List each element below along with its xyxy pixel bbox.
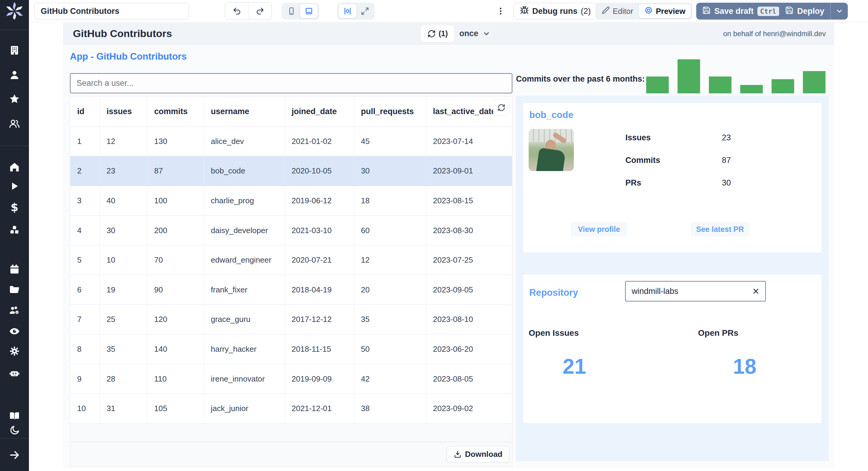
table-row[interactable]: 1031105jack_junior2021-12-01382023-09-02 (70, 394, 512, 424)
pencil-icon (602, 6, 610, 16)
right-column: Commits over the past 6 months: bob_code… (516, 23, 830, 468)
arrow-right-icon[interactable] (0, 449, 29, 461)
deploy-save-icon (785, 6, 794, 16)
download-icon (454, 450, 462, 458)
user-group-gear-icon[interactable] (0, 305, 29, 316)
stat-value: 23 (722, 133, 731, 142)
preview-eye-icon (644, 6, 653, 16)
stat-row: PRs 30 (625, 178, 794, 188)
app-header-title: GitHub Contributors (73, 28, 172, 39)
download-button[interactable]: Download (447, 446, 509, 463)
open-issues-label: Open Issues (529, 328, 579, 338)
left-column: App - GitHub Contributors id issues comm… (70, 51, 513, 467)
undo-button[interactable] (225, 3, 248, 20)
repository-card-title: Repository (529, 287, 578, 298)
bug-icon (520, 6, 529, 17)
see-latest-pr-button[interactable]: See latest PR (691, 222, 749, 237)
table-row[interactable]: 430200daisy_developer2021-03-10602023-08… (70, 215, 512, 245)
commit-bar (678, 59, 700, 93)
book-icon[interactable] (0, 410, 29, 422)
table-footer: Download (70, 442, 512, 467)
calendar-icon[interactable] (0, 264, 29, 275)
schedule-dropdown[interactable]: once (459, 23, 490, 44)
view-profile-button[interactable]: View profile (571, 222, 627, 237)
refresh-count: (1) (438, 29, 448, 38)
svg-text:$: $ (10, 202, 18, 213)
editor-tab-label: Editor (613, 7, 633, 16)
repository-input-wrap (625, 281, 766, 301)
preview-tab[interactable]: Preview (639, 4, 691, 19)
app-refresh-button[interactable]: (1) (421, 25, 454, 42)
commit-bar (803, 71, 826, 93)
star-icon[interactable] (0, 93, 29, 105)
cubes-icon[interactable] (0, 224, 29, 236)
redo-button[interactable] (248, 3, 272, 20)
open-issues-value: 21 (541, 355, 608, 378)
folder-icon[interactable] (0, 283, 29, 295)
centered-layout-button[interactable] (338, 4, 356, 19)
chevron-down-icon (483, 30, 490, 38)
clear-input-button[interactable] (752, 287, 765, 295)
table-row[interactable]: 928110irene_innovator2019-09-09422023-08… (70, 364, 512, 394)
table-row[interactable]: 340100charlie_prog2019-06-12182023-08-15 (70, 186, 512, 215)
play-icon[interactable] (0, 180, 29, 192)
desktop-view-button[interactable] (300, 4, 318, 19)
app-canvas: GitHub Contributors (1) once on behalf o… (63, 23, 834, 468)
editor-tab[interactable]: Editor (596, 4, 639, 19)
table-row[interactable]: 725120grace_guru2017-12-12352023-08-10 (70, 305, 512, 335)
stat-value: 87 (722, 156, 731, 165)
table-empty-band (70, 424, 512, 442)
save-draft-label: Save draft (714, 7, 754, 16)
close-icon (752, 287, 760, 295)
sidebar-divider (0, 438, 29, 438)
contributors-table: id issues commits username joined_date p… (70, 96, 513, 467)
eye-icon[interactable] (0, 326, 29, 337)
user-icon[interactable] (0, 69, 29, 81)
stat-value: 30 (722, 178, 731, 188)
undo-redo-group (225, 2, 272, 20)
moon-icon[interactable] (0, 425, 29, 436)
building-icon[interactable] (0, 44, 29, 56)
deploy-button[interactable]: Deploy (779, 3, 830, 20)
mobile-view-button[interactable] (283, 4, 300, 19)
col-header: username (204, 97, 284, 127)
kbd-ctrl: Ctrl (757, 7, 779, 16)
open-prs-label: Open PRs (698, 328, 738, 338)
sidebar: $ (0, 0, 29, 471)
home-icon[interactable] (0, 161, 29, 173)
stat-label: Commits (625, 156, 722, 165)
dollar-icon[interactable]: $ (0, 202, 29, 213)
col-header: issues (99, 97, 147, 127)
table-row[interactable]: 51070edward_engineer2020-07-21122023-07-… (70, 245, 512, 275)
kebab-menu-button[interactable] (495, 3, 507, 20)
layout-toggle (337, 3, 375, 20)
app-title-input[interactable] (34, 3, 189, 20)
commit-bar (709, 76, 732, 93)
deploy-dropdown-button[interactable] (830, 3, 848, 20)
preview-tab-label: Preview (656, 7, 685, 16)
stat-label: PRs (625, 178, 722, 188)
repository-input[interactable] (626, 287, 752, 296)
sidebar-divider (0, 145, 29, 146)
search-user-input[interactable] (70, 73, 513, 93)
table-row[interactable]: 112130alice_dev2021-01-02452023-07-14 (70, 127, 512, 156)
table-row-selected[interactable]: 22387bob_code2020-10-05302023-09-01 (70, 156, 512, 186)
windmill-logo-icon[interactable] (0, 2, 29, 19)
gear-icon[interactable] (0, 345, 29, 357)
sidebar-divider (0, 30, 29, 30)
fullscreen-button[interactable] (356, 4, 373, 19)
device-toggle (282, 3, 319, 20)
table-row[interactable]: 61990frank_fixer2018-04-19202023-09-05 (70, 275, 512, 305)
robot-icon[interactable] (0, 367, 29, 379)
deploy-split-button: Deploy (779, 3, 848, 20)
table-refresh-button[interactable] (493, 99, 509, 115)
debug-runs-count: (2) (581, 7, 591, 16)
table-row[interactable]: 835140harry_hacker2018-11-15502023-06-20 (70, 334, 512, 364)
open-prs-value: 18 (712, 355, 778, 378)
users-icon[interactable] (0, 118, 29, 130)
debug-runs-button[interactable]: Debug runs (2) (514, 3, 597, 20)
app-inner-heading: App - GitHub Contributors (70, 51, 513, 63)
stat-label: Issues (625, 133, 722, 142)
commit-bar (646, 76, 669, 93)
commits-chart-label: Commits over the past 6 months: (516, 74, 645, 84)
